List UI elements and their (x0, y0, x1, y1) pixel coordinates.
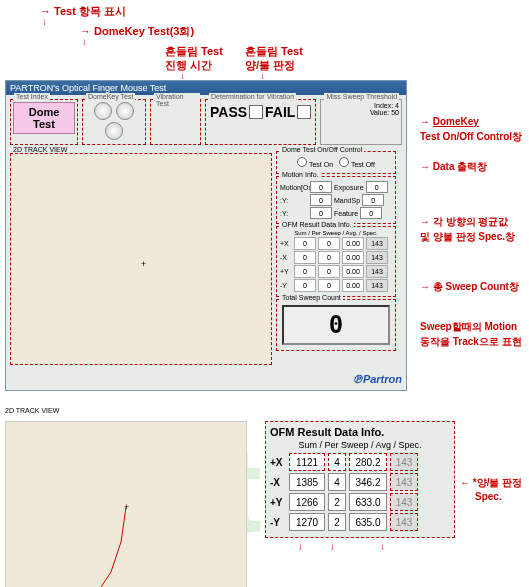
ofm2-row-px: +X 1121 4 280.2 143 (270, 453, 450, 471)
group-domekey-test: DomeKey Test (82, 99, 146, 145)
pass-label: PASS (210, 104, 247, 120)
test-off-radio[interactable] (339, 157, 349, 167)
label-test-index: → Test 항목 표시 (40, 4, 126, 19)
domekey-btn-3[interactable] (105, 122, 123, 140)
partron-logo: ℗Partron (6, 369, 406, 390)
top-panel: Test Index Dome Test DomeKey Test Vibrat… (6, 95, 406, 149)
domekey-btn-1[interactable] (94, 102, 112, 120)
callout-avg: → 각 방향의 평균값 (420, 215, 508, 229)
label-vib-test2: 흔들림 Test (245, 44, 303, 59)
ofm2-title: OFM Result Data Info. (270, 426, 450, 438)
ofm-result-group: OFM Result Data Info. Sum / Per Sweep / … (276, 226, 396, 297)
group-determination: Determination for Vibration PASS FAIL (205, 99, 316, 145)
callout2-spec2: Spec. (475, 491, 502, 502)
group-test-index: Test Index Dome Test (10, 99, 78, 145)
track-view-label: 2D TRACK VIEW (13, 146, 67, 153)
total-sweep-group: Total Sweep Count 0 (276, 299, 396, 351)
callout2-spec: ← *양/불 판정 (460, 476, 522, 490)
label-vib-test: 흔들림 Test (165, 44, 223, 59)
app-window: PARTRON's Optical Finger Mouse Test Test… (5, 80, 407, 391)
motion-y2[interactable]: 0 (310, 207, 332, 219)
ofm-row-mx: -X 0 0 0.00 143 (280, 251, 392, 264)
track-view-2: + (5, 421, 247, 587)
motion-mandsp[interactable]: 0 (362, 194, 384, 206)
test-on-radio[interactable] (297, 157, 307, 167)
top-annotation-area: → Test 항목 표시 → DomeKey Test(3회) 흔들림 Test… (0, 0, 529, 80)
label-vib-time: 진행 시간 (165, 58, 212, 73)
callout-domekey: → DomeKey (420, 116, 479, 127)
motion-exposure[interactable]: 0 (366, 181, 388, 193)
ofm-row-px: +X 0 0 0.00 143 (280, 237, 392, 250)
motion-y[interactable]: 0 (310, 194, 332, 206)
motion-feature[interactable]: 0 (360, 207, 382, 219)
callout-onoff: Test On/Off Control창 (420, 130, 522, 144)
track-view: 2D TRACK VIEW + (10, 153, 272, 365)
callout-data-out: → Data 출력창 (420, 160, 487, 174)
callout-track: 동작을 Track으로 표현 (420, 335, 522, 349)
fail-label: FAIL (265, 104, 295, 120)
dome-test-button[interactable]: Dome Test (13, 102, 75, 134)
callout-motion: Sweep할때의 Motion (420, 320, 517, 334)
group-vibration-test: Vibration Test (150, 99, 201, 145)
domekey-btn-2[interactable] (116, 102, 134, 120)
track2-label: 2D TRACK VIEW (5, 407, 59, 414)
ofm-header: Sum / Per Sweep / Avg. / Spec. (280, 230, 392, 236)
ofm2-header: Sum / Per Sweep / Avg / Spec. (270, 440, 450, 450)
group-miss-sweep: Miss Sweep Threshold Index: 4 Value: 50 (320, 99, 402, 145)
callout-spec: 및 양불 판정 Spec.창 (420, 230, 515, 244)
pass-checkbox[interactable] (249, 105, 263, 119)
ofm2-row-my: -Y 1270 2 635.0 143 (270, 513, 450, 531)
fail-checkbox[interactable] (297, 105, 311, 119)
callout-sweep: → 총 Sweep Count창 (420, 280, 519, 294)
sweep-count-display: 0 (282, 305, 390, 345)
ofm2-row-mx: -X 1385 4 346.2 143 (270, 473, 450, 491)
ofm-result-2: OFM Result Data Info. Sum / Per Sweep / … (265, 421, 455, 538)
label-pass-fail: 양/불 판정 (245, 58, 295, 73)
label-domekey: → DomeKey Test(3회) (80, 24, 194, 39)
ofm-row-my: -Y 0 0 0.00 143 (280, 279, 392, 292)
ofm2-row-py: +Y 1266 2 633.0 143 (270, 493, 450, 511)
motion-info-group: Motion Info. Motion[Ox 0 Exposure 0 :Y: … (276, 176, 396, 224)
motion-mx[interactable]: 0 (310, 181, 332, 193)
ofm-row-py: +Y 0 0 0.00 143 (280, 265, 392, 278)
